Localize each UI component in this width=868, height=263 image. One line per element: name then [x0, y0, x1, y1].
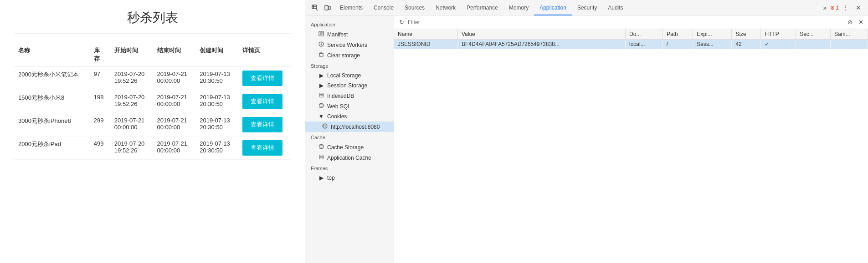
svg-line-3: [316, 9, 318, 10]
sidebar-item-label: IndexedDB: [327, 93, 354, 99]
sidebar-icon: ▶: [318, 175, 324, 181]
cookie-cell: JSESSIONID: [394, 40, 457, 49]
cell-name: 1500元秒杀小米8: [14, 90, 89, 113]
devtools-menu-button[interactable]: ⋮: [840, 2, 852, 14]
tab-network[interactable]: Network: [430, 0, 461, 15]
cell-detail[interactable]: 查看详情: [238, 90, 291, 113]
tab-audits[interactable]: Audits: [602, 0, 628, 15]
sidebar-item-label: top: [327, 175, 335, 181]
cookie-cell: [830, 40, 868, 49]
sidebar-item-cookies[interactable]: ▼Cookies: [305, 111, 394, 121]
sidebar-icon: [318, 154, 324, 161]
sidebar-item-label: Web SQL: [327, 103, 351, 110]
svg-rect-14: [319, 53, 323, 56]
sidebar-item-top[interactable]: ▶top: [305, 173, 394, 183]
sidebar-item-session-storage[interactable]: ▶Session Storage: [305, 81, 394, 91]
cell-detail[interactable]: 查看详情: [238, 137, 291, 160]
sidebar-icon: ▶: [318, 72, 324, 79]
tab-security[interactable]: Security: [572, 0, 602, 15]
cell-detail[interactable]: 查看详情: [238, 67, 291, 90]
sidebar-item-http---localhost-8080[interactable]: http://localhost:8080: [305, 121, 394, 132]
sidebar-item-cache-storage[interactable]: Cache Storage: [305, 142, 394, 152]
error-count: 1: [836, 5, 839, 11]
cell-end: 2019-07-21 00:00:00: [153, 137, 195, 160]
cookie-table: NameValueDo...PathExpi...SizeHTTPSec...S…: [394, 29, 868, 49]
cookie-table-wrap: NameValueDo...PathExpi...SizeHTTPSec...S…: [394, 29, 868, 263]
sidebar-item-label: Session Storage: [327, 82, 367, 89]
tab-console[interactable]: Console: [368, 0, 399, 15]
sidebar-icon: [318, 52, 324, 59]
detail-button[interactable]: 查看详情: [242, 71, 282, 86]
more-tabs-button[interactable]: »: [821, 0, 830, 15]
table-row: 2000元秒杀iPad 499 2019-07-20 19:52:26 2019…: [14, 137, 291, 160]
devtools-right-icons: ⊗ 1 ⋮ ✕: [830, 2, 864, 14]
detail-button[interactable]: 查看详情: [242, 94, 282, 109]
detail-button[interactable]: 查看详情: [242, 140, 282, 156]
sidebar-icon: ▶: [318, 82, 324, 89]
sidebar-item-label: Clear storage: [327, 52, 360, 59]
detail-button[interactable]: 查看详情: [242, 117, 282, 132]
cookie-col-do[interactable]: Do...: [625, 29, 663, 40]
sidebar-icon: [322, 123, 328, 130]
sidebar-item-label: Cache Storage: [327, 144, 364, 151]
block-icon[interactable]: ⊘: [845, 18, 854, 27]
cookie-cell: 42: [732, 40, 761, 49]
cookie-cell: /: [663, 40, 693, 49]
cell-stock: 198: [89, 90, 110, 113]
cookie-cell: [796, 40, 831, 49]
sidebar-item-web-sql[interactable]: Web SQL: [305, 101, 394, 111]
refresh-button[interactable]: ↻: [397, 18, 406, 27]
svg-point-17: [319, 93, 324, 95]
sidebar-item-manifest[interactable]: Manifest: [305, 29, 394, 40]
cookie-col-name[interactable]: Name: [394, 29, 457, 40]
devtools-close-button[interactable]: ✕: [853, 2, 864, 14]
cookie-col-http[interactable]: HTTP: [761, 29, 796, 40]
sidebar-item-label: Application Cache: [327, 155, 371, 161]
error-badge[interactable]: ⊗ 1: [830, 5, 839, 11]
tab-performance[interactable]: Performance: [461, 0, 503, 15]
devtools-tabs: ElementsConsoleSourcesNetworkPerformance…: [334, 0, 820, 15]
cell-created: 2019-07-13 20:30:50: [195, 137, 238, 160]
cell-end: 2019-07-21 00:00:00: [153, 113, 195, 137]
page-title: 秒杀列表: [14, 9, 291, 34]
cell-created: 2019-07-13 20:30:50: [195, 67, 238, 90]
tab-sources[interactable]: Sources: [399, 0, 430, 15]
cell-name: 3000元秒杀iPhone8: [14, 113, 89, 137]
error-icon: ⊗: [830, 5, 835, 11]
cookie-col-sam[interactable]: Sam...: [830, 29, 868, 40]
devtools-topbar: ElementsConsoleSourcesNetworkPerformance…: [305, 0, 868, 15]
svg-rect-4: [325, 5, 328, 10]
device-toggle-icon[interactable]: [322, 2, 334, 14]
cell-detail[interactable]: 查看详情: [238, 113, 291, 137]
close-filter-button[interactable]: ✕: [856, 18, 865, 27]
cookie-row[interactable]: JSESSIONIDBF4D4AFA04FA5725AD72654973838.…: [394, 40, 868, 49]
inspect-icon[interactable]: [309, 2, 321, 14]
cookie-col-path[interactable]: Path: [663, 29, 693, 40]
cookie-cell: ✓: [761, 40, 796, 49]
filter-input[interactable]: [408, 19, 843, 25]
tab-elements[interactable]: Elements: [334, 0, 368, 15]
sidebar-icon: [318, 92, 324, 99]
sidebar-item-service-workers[interactable]: Service Workers: [305, 40, 394, 50]
cookie-col-expi[interactable]: Expi...: [693, 29, 732, 40]
sidebar-item-clear-storage[interactable]: Clear storage: [305, 50, 394, 61]
cell-created: 2019-07-13 20:30:50: [195, 90, 238, 113]
cell-stock: 299: [89, 113, 110, 137]
sidebar-item-indexeddb[interactable]: IndexedDB: [305, 91, 394, 101]
table-row: 3000元秒杀iPhone8 299 2019-07-21 00:00:00 2…: [14, 113, 291, 137]
col-created: 创建时间: [195, 43, 238, 67]
sidebar-section-storage: Storage: [305, 61, 394, 71]
sidebar-item-application-cache[interactable]: Application Cache: [305, 152, 394, 163]
cell-stock: 499: [89, 137, 110, 160]
cell-end: 2019-07-21 00:00:00: [153, 90, 195, 113]
sidebar-item-local-storage[interactable]: ▶Local Storage: [305, 71, 394, 81]
svg-rect-0: [312, 5, 317, 9]
cell-start: 2019-07-20 19:52:26: [110, 67, 153, 90]
cookie-col-size[interactable]: Size: [732, 29, 761, 40]
tab-application[interactable]: Application: [534, 0, 572, 15]
sidebar-item-label: Local Storage: [327, 72, 361, 79]
cookie-col-sec[interactable]: Sec...: [796, 29, 831, 40]
cell-start: 2019-07-21 00:00:00: [110, 113, 153, 137]
tab-memory[interactable]: Memory: [503, 0, 534, 15]
cookie-col-value[interactable]: Value: [457, 29, 625, 40]
